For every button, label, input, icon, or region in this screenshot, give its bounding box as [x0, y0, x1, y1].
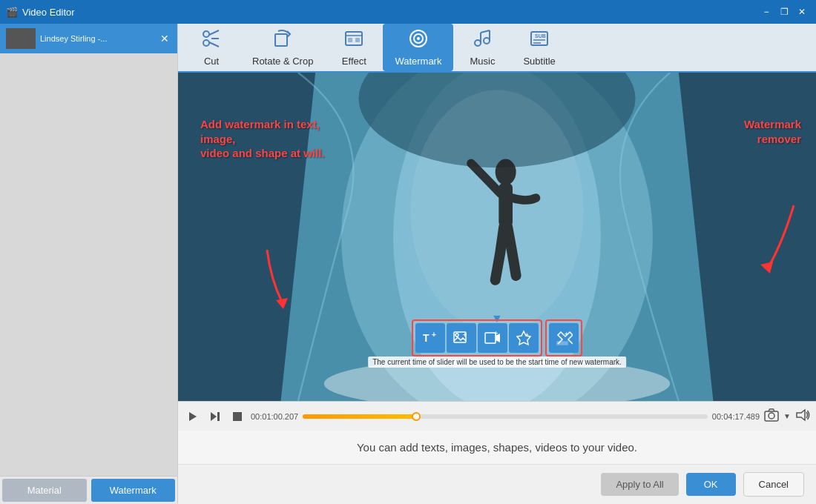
svg-point-13	[475, 40, 481, 46]
svg-rect-9	[355, 38, 360, 42]
svg-point-14	[484, 38, 490, 44]
svg-point-12	[417, 37, 420, 40]
player-bar: 00:01:00.207 00:04:17.489 ▼	[178, 401, 816, 431]
nav-effect[interactable]: Effect	[328, 24, 380, 71]
timeline-fill	[303, 414, 416, 419]
sidebar: Lindsey Stirling -... ✕ Material Waterma…	[0, 24, 178, 504]
annotation-right: Watermark remover	[744, 117, 801, 282]
instructions: You can add texts, images, shapes, video…	[178, 431, 816, 464]
wm-remover-group: +	[545, 319, 582, 357]
svg-rect-43	[217, 412, 220, 421]
watermark-remover-button[interactable]: +	[549, 323, 579, 353]
sidebar-file: Lindsey Stirling -... ✕	[0, 24, 177, 53]
annotation-left: Add watermark in text, image, video and …	[200, 117, 349, 312]
svg-marker-31	[760, 262, 773, 273]
svg-line-3	[209, 42, 219, 47]
camera-dropdown[interactable]: ▼	[783, 412, 791, 420]
music-icon	[472, 28, 493, 53]
timeline-thumb	[412, 412, 421, 421]
svg-marker-42	[211, 412, 217, 421]
play-button[interactable]	[184, 408, 202, 425]
file-close-button[interactable]: ✕	[158, 32, 171, 45]
title-bar: 🎬 Video Editor − ❐ ✕	[0, 0, 816, 24]
close-button[interactable]: ✕	[794, 4, 810, 20]
svg-point-0	[203, 40, 209, 46]
restore-button[interactable]: ❐	[776, 4, 792, 20]
svg-line-2	[209, 30, 219, 35]
svg-rect-5	[275, 34, 287, 46]
timeline-track[interactable]	[303, 414, 708, 419]
sidebar-tabs: Material Watermark	[0, 476, 177, 504]
nav-rotate-crop[interactable]: Rotate & Crop	[240, 24, 325, 71]
nav-cut[interactable]: Cut	[185, 24, 237, 71]
svg-line-17	[481, 30, 490, 33]
annotation-text-left: Add watermark in text, image, video and …	[200, 117, 349, 161]
nav-watermark[interactable]: Watermark	[383, 24, 453, 71]
nav-music-label: Music	[470, 56, 495, 67]
nav-subtitle-label: Subtitle	[523, 56, 555, 67]
app-title: Video Editor	[22, 7, 75, 18]
svg-text:+: +	[463, 331, 467, 339]
ok-button[interactable]: OK	[686, 473, 736, 496]
svg-rect-44	[233, 412, 242, 421]
watermark-icon	[408, 28, 429, 53]
svg-point-35	[455, 334, 458, 336]
instructions-text: You can add texts, images, shapes, video…	[357, 441, 637, 454]
step-forward-button[interactable]	[206, 408, 224, 425]
svg-marker-41	[189, 412, 197, 421]
nav-effect-label: Effect	[342, 56, 366, 67]
top-nav: Cut Rotate & Crop	[178, 24, 816, 73]
file-thumbnail	[6, 28, 36, 49]
app-icon: 🎬	[6, 7, 18, 18]
nav-watermark-label: Watermark	[395, 56, 441, 67]
arrow-left	[260, 250, 349, 312]
screenshot-button[interactable]	[764, 408, 779, 425]
content-area: Cut Rotate & Crop	[178, 24, 816, 504]
timeline-info: The current time of slider will be used …	[368, 357, 626, 368]
rotate-icon	[272, 28, 293, 53]
add-video-button[interactable]: +	[478, 323, 507, 353]
time-total: 00:04:17.489	[712, 412, 760, 421]
cancel-button[interactable]: Cancel	[743, 472, 804, 497]
main-layout: Lindsey Stirling -... ✕ Material Waterma…	[0, 24, 816, 504]
minimize-button[interactable]: −	[758, 4, 774, 20]
nav-subtitle[interactable]: SUB Subtitle	[511, 24, 567, 71]
svg-text:SUB: SUB	[535, 33, 546, 39]
apply-to-all-button[interactable]: Apply to All	[601, 473, 678, 496]
title-bar-controls: − ❐ ✕	[758, 4, 810, 20]
video-container: Add watermark in text, image, video and …	[178, 73, 816, 401]
nav-cut-label: Cut	[204, 56, 219, 67]
stop-button[interactable]	[228, 408, 246, 425]
watermark-toolbar: T + +	[412, 319, 582, 357]
nav-music[interactable]: Music	[456, 24, 508, 71]
svg-text:+: +	[565, 331, 568, 338]
add-image-button[interactable]: +	[447, 323, 476, 353]
wm-button-group: T + +	[412, 319, 542, 357]
svg-marker-47	[797, 410, 805, 420]
subtitle-icon: SUB	[529, 28, 550, 53]
action-bar: Apply to All OK Cancel	[178, 464, 816, 504]
annotation-text-right: Watermark remover	[744, 117, 801, 146]
file-name: Lindsey Stirling -...	[40, 34, 154, 43]
svg-point-29	[410, 90, 583, 331]
svg-text:T: T	[423, 332, 430, 344]
svg-point-1	[203, 31, 209, 37]
add-shape-button[interactable]: +	[509, 323, 539, 353]
add-text-button[interactable]: T +	[415, 323, 445, 353]
svg-marker-30	[276, 298, 288, 309]
volume-button[interactable]	[795, 408, 810, 425]
effect-icon	[343, 28, 364, 53]
svg-rect-8	[348, 38, 352, 42]
title-bar-left: 🎬 Video Editor	[6, 7, 75, 18]
nav-rotate-label: Rotate & Crop	[252, 56, 313, 67]
svg-text:+: +	[494, 330, 498, 337]
svg-text:+: +	[432, 331, 436, 339]
arrow-right	[737, 205, 801, 282]
sidebar-tab-material[interactable]: Material	[2, 479, 87, 502]
video-background: Add watermark in text, image, video and …	[178, 73, 816, 401]
cut-icon	[201, 28, 222, 53]
time-current: 00:01:00.207	[251, 412, 298, 421]
svg-point-46	[769, 413, 774, 419]
sidebar-tab-watermark[interactable]: Watermark	[91, 479, 176, 502]
svg-text:+: +	[525, 331, 529, 338]
